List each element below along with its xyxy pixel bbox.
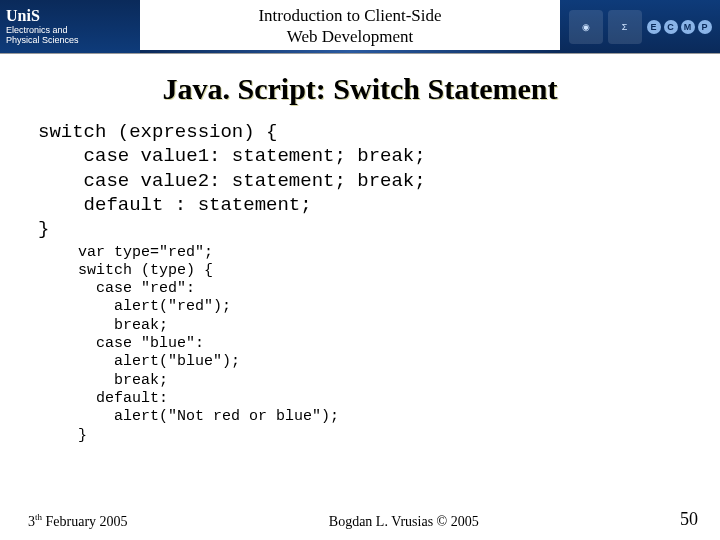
switch-syntax-code: switch (expression) { case value1: state… xyxy=(38,120,692,242)
course-title: Introduction to Client-Side Web Developm… xyxy=(258,6,441,47)
footer-author: Bogdan L. Vrusias © 2005 xyxy=(329,514,479,530)
department-name: Electronics and Physical Sciences xyxy=(6,26,134,46)
university-logo-text: UniS xyxy=(6,7,134,25)
switch-example-code: var type="red"; switch (type) { case "re… xyxy=(78,244,692,445)
header-bar: UniS Electronics and Physical Sciences I… xyxy=(0,0,720,54)
mini-icon-p: P xyxy=(698,20,712,34)
header-center-title: Introduction to Client-Side Web Developm… xyxy=(140,0,560,53)
sigma-logo-icon: Σ xyxy=(608,10,642,44)
mini-icon-m: M xyxy=(681,20,695,34)
content-area: switch (expression) { case value1: state… xyxy=(0,106,720,445)
footer-page-number: 50 xyxy=(680,509,698,530)
mini-icon-row: E C M P xyxy=(647,20,712,34)
partner-logo-icon: ◉ xyxy=(569,10,603,44)
mini-icon-c: C xyxy=(664,20,678,34)
slide-title: Java. Script: Switch Statement xyxy=(0,72,720,106)
header-right-badges: ◉ Σ E C M P xyxy=(560,0,720,53)
mini-icon-e: E xyxy=(647,20,661,34)
footer-date: 3th February 2005 xyxy=(28,512,128,530)
header-left-logo-block: UniS Electronics and Physical Sciences xyxy=(0,0,140,53)
footer: 3th February 2005 Bogdan L. Vrusias © 20… xyxy=(0,509,720,530)
